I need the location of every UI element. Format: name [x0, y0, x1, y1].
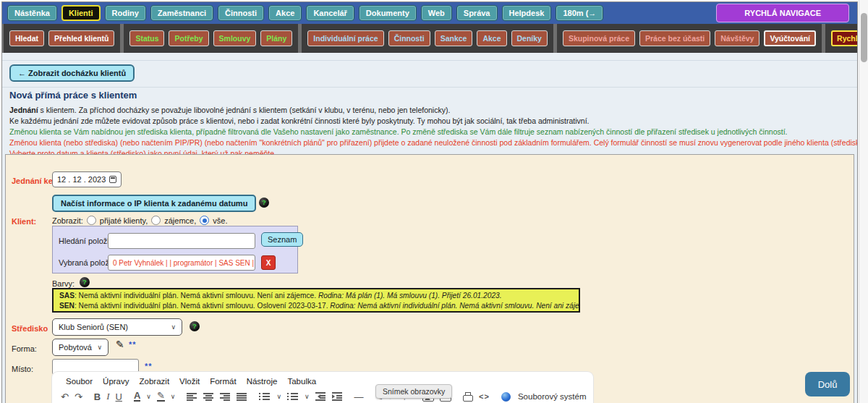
horizontal-rule-icon[interactable]: — — [354, 391, 364, 402]
forma-select[interactable]: Pobytová ∨ — [52, 339, 109, 356]
radio-zajemce[interactable] — [151, 216, 161, 225]
scroll-down-button[interactable]: Dolů — [805, 372, 850, 396]
chevron-down-icon[interactable]: ∨ — [171, 393, 176, 400]
toolbar-button-sankce[interactable]: Sankce — [435, 30, 473, 46]
toolbar-button-navstevy[interactable]: Návštěvy — [715, 30, 760, 46]
toolbar-group-group-work: Skupinová práce Práce bez účasti Návštěv… — [557, 24, 822, 53]
show-label: Zobrazit: — [52, 216, 83, 225]
intro-text: Nová přímá práce s klientem Jednání s kl… — [9, 90, 858, 159]
radio-label-vse: vše. — [213, 216, 227, 225]
intro-line-2: Ke každému jednání zde můžete evidovat z… — [9, 116, 858, 127]
toolbar-button-rychle-vlozeni[interactable]: Rychlé vložení — [831, 30, 858, 46]
chevron-down-icon: ∨ — [171, 323, 176, 331]
top-navbar: Nástěnka Klienti Rodiny Zaměstnanci Činn… — [2, 2, 857, 24]
filesystem-label[interactable]: Souborový systém — [518, 392, 587, 401]
forma-value: Pobytová — [59, 343, 92, 352]
radio-prijate-klienty[interactable] — [87, 216, 96, 225]
print-icon[interactable] — [463, 395, 473, 402]
page-title: Nová přímá práce s klientem — [9, 90, 858, 101]
colors-label: Barvy: — [52, 279, 75, 288]
scrollbar-thumb[interactable] — [861, 13, 867, 62]
redo-icon[interactable]: ↷ — [75, 391, 82, 402]
bold-icon[interactable]: B — [94, 391, 101, 402]
nav-tab-nastenka[interactable]: Nástěnka — [7, 5, 57, 21]
menu-upravy[interactable]: Úpravy — [98, 377, 134, 386]
menu-zobrazit[interactable]: Zobrazit — [135, 377, 175, 386]
toolbar-button-skupinova-prace[interactable]: Skupinová práce — [563, 30, 635, 46]
list-button[interactable]: Seznam — [261, 232, 303, 247]
chevron-down-icon[interactable]: ∨ — [276, 393, 281, 400]
indent-icon[interactable] — [332, 392, 343, 401]
intro-line-1: Jednání s klientem. Za příchod docházky … — [9, 105, 858, 116]
remove-selected-button[interactable]: X — [261, 255, 276, 270]
align-right-icon[interactable] — [220, 392, 231, 401]
toolbar-button-vyuctovani[interactable]: Vyúčtování — [764, 30, 816, 46]
nav-tab-klienti[interactable]: Klienti — [61, 5, 101, 21]
forma-label: Forma: — [12, 344, 37, 353]
help-icon-stredisko[interactable]: ? — [190, 321, 200, 331]
required-marker: ** — [145, 362, 153, 370]
numbered-list-icon[interactable] — [287, 392, 299, 401]
logout-icon: (→ — [586, 9, 597, 17]
calendar-icon[interactable] — [109, 176, 116, 183]
align-center-icon[interactable] — [203, 392, 214, 401]
load-ip-info-button[interactable]: Načíst informace o IP klienta k zadanému… — [52, 195, 256, 212]
toolbar-button-cinnosti[interactable]: Činnosti — [388, 30, 430, 46]
client-status-box: SAS: Nemá aktivní individuální plán. Nem… — [52, 288, 580, 313]
chevron-down-icon[interactable]: ∨ — [146, 393, 151, 400]
toolbar-button-smlouvy[interactable]: Smlouvy — [213, 30, 257, 46]
source-code-icon[interactable]: <> — [479, 392, 490, 401]
nav-tab-helpdesk[interactable]: Helpdesk — [502, 5, 552, 21]
toolbar-button-akce[interactable]: Akce — [477, 30, 506, 46]
edit-pencil-icon[interactable]: ✎ — [116, 339, 124, 350]
align-left-icon[interactable] — [187, 392, 197, 401]
toolbar-button-potreby[interactable]: Potřeby — [169, 30, 208, 46]
chevron-down-icon[interactable]: ∨ — [305, 393, 310, 400]
justify-icon[interactable] — [237, 392, 247, 401]
text-color-icon[interactable]: A — [134, 391, 140, 402]
radio-vse[interactable] — [200, 216, 209, 225]
toolbar-button-prace-bez-ucasti[interactable]: Práce bez účasti — [639, 30, 710, 46]
menu-nastroje[interactable]: Nástroje — [242, 377, 283, 386]
toolbar-button-status[interactable]: Status — [129, 30, 164, 46]
nav-tab-cinnosti[interactable]: Činnosti — [218, 5, 264, 21]
editor-toolbar: ↶ ↷ B I U A ∨ ✎ ∨ ∨ ∨ — ✎ — [52, 386, 593, 402]
toolbar-button-plany[interactable]: Plány — [260, 30, 292, 46]
nav-tab-dokumenty[interactable]: Dokumenty — [359, 5, 417, 21]
menu-format[interactable]: Formát — [205, 377, 241, 386]
nav-tab-web[interactable]: Web — [421, 5, 452, 21]
stredisko-select[interactable]: Klub Seniorů (SEN) ∨ — [52, 318, 182, 336]
filesystem-globe-icon[interactable] — [501, 392, 511, 402]
toolbar-button-individualni-prace[interactable]: Individuální práce — [307, 30, 383, 46]
nav-tab-rodiny[interactable]: Rodiny — [105, 5, 146, 21]
help-icon-load-ip[interactable]: ? — [259, 198, 269, 208]
italic-icon[interactable]: I — [106, 391, 109, 402]
outdent-icon[interactable] — [315, 392, 326, 401]
search-input[interactable] — [108, 233, 255, 249]
nav-session-timer-button[interactable]: 180m (→ — [556, 5, 603, 21]
nav-tab-zamestnanci[interactable]: Zaměstnanci — [150, 5, 213, 21]
underline-icon[interactable]: U — [116, 391, 122, 402]
undo-icon[interactable]: ↶ — [61, 391, 69, 402]
client-label: Klient: — [12, 217, 36, 226]
nav-tab-sprava[interactable]: Správa — [456, 5, 498, 21]
radio-label-prijate-klienty: přijaté klienty, — [100, 216, 148, 225]
toolbar-button-hledat[interactable]: Hledat — [9, 30, 44, 46]
menu-vlozit[interactable]: Vložit — [174, 377, 205, 386]
nav-tab-akce[interactable]: Akce — [268, 5, 302, 21]
menu-soubor[interactable]: Soubor — [61, 377, 98, 386]
nav-tab-kancelar[interactable]: Kancelář — [306, 5, 354, 21]
bullet-list-icon[interactable] — [259, 392, 271, 401]
required-marker: ** — [129, 340, 137, 349]
date-input[interactable]: 12 . 12 . 2023 — [52, 171, 122, 187]
selected-item-value: 0 Petr Vyhnálek | | programátor | SAS SE… — [108, 255, 255, 271]
help-icon-colors[interactable]: ? — [80, 277, 90, 287]
toolbar-button-deniky[interactable]: Deníky — [511, 30, 548, 46]
divider — [2, 87, 857, 88]
highlight-color-icon[interactable]: ✎ — [157, 391, 165, 402]
show-attendance-button[interactable]: ← Zobrazit docházku klientů — [9, 64, 135, 82]
toolbar-button-prehled-klientu[interactable]: Přehled klientů — [48, 30, 114, 46]
quick-navigation-button[interactable]: RYCHLÁ NAVIGACE — [716, 4, 849, 22]
menu-tabulka[interactable]: Tabulka — [282, 377, 321, 386]
scrollbar-track[interactable] — [859, 0, 868, 403]
